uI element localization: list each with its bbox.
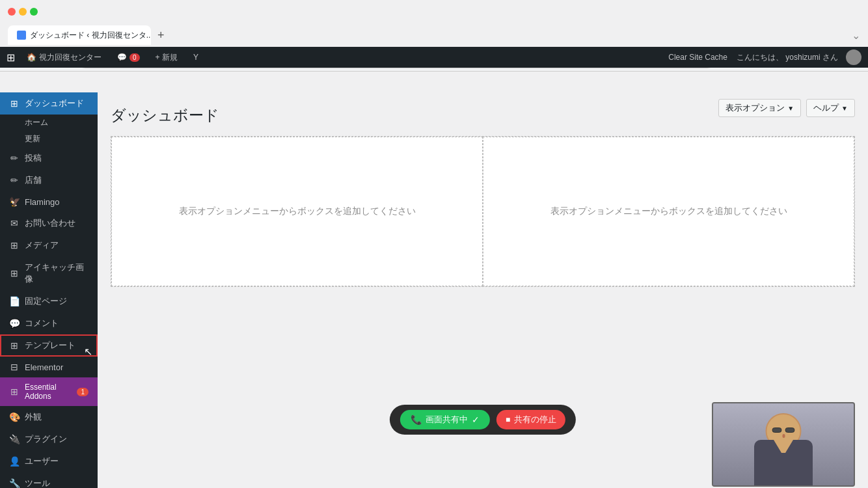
update-sub-label: 更新 bbox=[25, 134, 40, 143]
posts-icon: ✏ bbox=[9, 153, 20, 163]
comments-icon: 💬 bbox=[117, 53, 127, 62]
home-sub-label: ホーム bbox=[25, 118, 48, 127]
screen-options-label: 表示オプション bbox=[726, 102, 785, 114]
users-icon: 👤 bbox=[9, 456, 20, 467]
help-label: ヘルプ bbox=[813, 102, 839, 114]
maximize-dot[interactable] bbox=[30, 8, 38, 16]
sidebar-flamingo-label: Flamingo bbox=[25, 197, 59, 207]
video-person bbox=[713, 403, 854, 485]
appearance-icon: 🎨 bbox=[9, 412, 20, 422]
eyecatch-icon: ⊞ bbox=[9, 268, 20, 278]
sidebar-item-shop[interactable]: ✏ 店舗 bbox=[0, 169, 98, 191]
sidebar-item-media[interactable]: ⊞ メディア bbox=[0, 234, 98, 256]
sidebar-essential-label: Essential Addons bbox=[25, 383, 72, 401]
new-tab-button[interactable]: + bbox=[154, 26, 169, 45]
sidebar-template-label: テンプレート bbox=[25, 340, 75, 351]
elementor-icon: ⊟ bbox=[9, 362, 20, 372]
adminbar-yoast[interactable]: Y bbox=[189, 47, 202, 68]
sidebar-shop-label: 店舗 bbox=[25, 174, 42, 186]
clear-cache-button[interactable]: Clear Site Cache bbox=[664, 53, 731, 62]
sidebar-tools-label: ツール bbox=[25, 478, 50, 488]
dashboard-icon: ⊞ bbox=[9, 98, 20, 109]
sidebar-item-comments[interactable]: 💬 コメント bbox=[0, 312, 98, 334]
sidebar-users-label: ユーザー bbox=[25, 455, 59, 467]
sidebar-comments-label: コメント bbox=[25, 318, 59, 329]
sidebar-item-template[interactable]: ⊞ テンプレート ↖ bbox=[0, 334, 98, 357]
home-icon: 🏠 bbox=[27, 53, 36, 62]
adminbar-comments[interactable]: 💬 0 bbox=[113, 47, 144, 68]
sidebar-sub-home[interactable]: ホーム bbox=[0, 115, 98, 131]
dashboard-box-left: 表示オプションメニューからボックスを追加してください bbox=[111, 137, 483, 286]
sidebar-eyecatch-label: アイキャッチ画像 bbox=[25, 262, 88, 285]
user-avatar[interactable] bbox=[846, 49, 861, 65]
wp-sidebar: ⊞ ダッシュボード ホーム 更新 ✏ 投稿 ✏ 店舗 🦅 Flamingo ✉ … bbox=[0, 92, 98, 488]
wp-adminbar: ⊞ 🏠 視力回復センター 💬 0 + 新規 Y Clear Site Cache… bbox=[0, 47, 868, 68]
sidebar-item-plugins[interactable]: 🔌 プラグイン bbox=[0, 428, 98, 450]
main-content: 表示オプション ▼ ヘルプ ▼ ダッシュボード 表示オプションメニューからボック… bbox=[98, 92, 868, 488]
help-button[interactable]: ヘルプ ▼ bbox=[806, 99, 855, 117]
pages-icon: 📄 bbox=[9, 296, 20, 306]
adminbar-new[interactable]: + 新規 bbox=[152, 47, 182, 68]
screen-share-bar: 📞 画面共有中 ✓ ■ 共有の停止 bbox=[390, 405, 576, 435]
adminbar-greeting: こんにちは、 yoshizumi さん bbox=[737, 52, 838, 63]
sidebar-item-appearance[interactable]: 🎨 外観 bbox=[0, 406, 98, 428]
contact-icon: ✉ bbox=[9, 218, 20, 228]
browser-chrome: ダッシュボード ‹ 視力回復センタ... ✕ + ⌄ bbox=[0, 0, 868, 47]
sidebar-item-pages[interactable]: 📄 固定ページ bbox=[0, 290, 98, 312]
sidebar-dashboard-label: ダッシュボード bbox=[25, 98, 84, 109]
browser-window-controls bbox=[8, 8, 38, 16]
sidebar-item-essential[interactable]: ⊞ Essential Addons 1 bbox=[0, 377, 98, 406]
video-thumbnail bbox=[712, 402, 855, 487]
browser-menu-icon[interactable]: ⌄ bbox=[852, 29, 860, 42]
sidebar-contact-label: お問い合わせ bbox=[25, 217, 75, 229]
close-dot[interactable] bbox=[8, 8, 16, 16]
essential-icon: ⊞ bbox=[9, 386, 20, 397]
screen-sharing-button[interactable]: 📞 画面共有中 ✓ bbox=[400, 410, 490, 429]
box-right-placeholder: 表示オプションメニューからボックスを追加してください bbox=[550, 206, 787, 217]
screen-options-bar: 表示オプション ▼ ヘルプ ▼ bbox=[718, 99, 855, 117]
sidebar-item-users[interactable]: 👤 ユーザー bbox=[0, 450, 98, 472]
box-left-placeholder: 表示オプションメニューからボックスを追加してください bbox=[179, 206, 416, 217]
wp-logo[interactable]: ⊞ bbox=[7, 51, 15, 64]
comments-count: 0 bbox=[129, 53, 140, 62]
sidebar-item-posts[interactable]: ✏ 投稿 bbox=[0, 147, 98, 169]
sidebar-item-tools[interactable]: 🔧 ツール bbox=[0, 472, 98, 488]
tab-title: ダッシュボード ‹ 視力回復センタ... bbox=[30, 30, 151, 41]
tools-icon: 🔧 bbox=[9, 478, 20, 488]
cursor-indicator: ↖ bbox=[84, 346, 92, 358]
sidebar-sub-update[interactable]: 更新 bbox=[0, 131, 98, 147]
browser-active-tab[interactable]: ダッシュボード ‹ 視力回復センタ... ✕ bbox=[8, 25, 151, 45]
stop-label: 共有の停止 bbox=[514, 414, 556, 426]
sidebar-item-eyecatch[interactable]: ⊞ アイキャッチ画像 bbox=[0, 256, 98, 290]
browser-titlebar bbox=[0, 0, 868, 23]
sidebar-pages-label: 固定ページ bbox=[25, 295, 67, 307]
stop-sharing-button[interactable]: ■ 共有の停止 bbox=[496, 410, 565, 429]
stop-square-icon: ■ bbox=[506, 415, 510, 424]
essential-badge: 1 bbox=[77, 388, 88, 396]
new-label: + 新規 bbox=[156, 52, 178, 63]
wp-admin-layout: ⊞ ダッシュボード ホーム 更新 ✏ 投稿 ✏ 店舗 🦅 Flamingo ✉ … bbox=[0, 72, 868, 488]
sidebar-posts-label: 投稿 bbox=[25, 152, 42, 164]
sidebar-item-dashboard[interactable]: ⊞ ダッシュボード bbox=[0, 92, 98, 115]
share-phone-icon: 📞 bbox=[411, 414, 422, 425]
sidebar-appearance-label: 外観 bbox=[25, 411, 42, 423]
yoast-icon: Y bbox=[193, 53, 198, 62]
sidebar-item-elementor[interactable]: ⊟ Elementor bbox=[0, 357, 98, 377]
shop-icon: ✏ bbox=[9, 175, 20, 185]
sidebar-plugins-label: プラグイン bbox=[25, 433, 67, 445]
screen-options-button[interactable]: 表示オプション ▼ bbox=[718, 99, 801, 117]
sidebar-item-contact[interactable]: ✉ お問い合わせ bbox=[0, 212, 98, 234]
dashboard-grid: 表示オプションメニューからボックスを追加してください 表示オプションメニューから… bbox=[111, 136, 855, 287]
browser-tab-bar: ダッシュボード ‹ 視力回復センタ... ✕ + ⌄ bbox=[0, 23, 868, 47]
comments-sidebar-icon: 💬 bbox=[9, 318, 20, 329]
flamingo-icon: 🦅 bbox=[9, 197, 20, 207]
media-icon: ⊞ bbox=[9, 240, 20, 251]
sidebar-elementor-label: Elementor bbox=[25, 362, 63, 372]
screen-options-arrow-icon: ▼ bbox=[787, 105, 794, 112]
dashboard-box-right: 表示オプションメニューからボックスを追加してください bbox=[483, 137, 854, 286]
sharing-label: 画面共有中 bbox=[426, 414, 468, 426]
minimize-dot[interactable] bbox=[19, 8, 27, 16]
help-arrow-icon: ▼ bbox=[841, 105, 848, 112]
sidebar-item-flamingo[interactable]: 🦅 Flamingo bbox=[0, 191, 98, 212]
adminbar-site-home[interactable]: 🏠 視力回復センター bbox=[23, 47, 105, 68]
